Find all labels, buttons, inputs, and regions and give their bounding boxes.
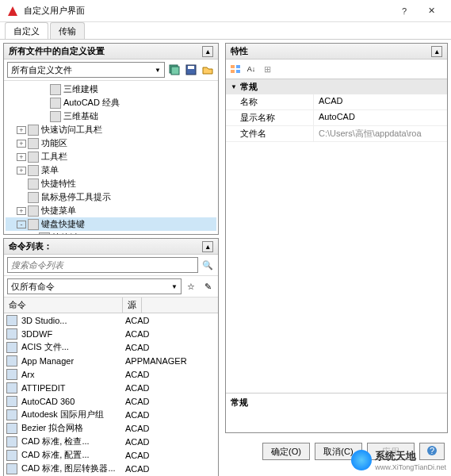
command-icon xyxy=(6,396,17,407)
expand-toggle[interactable]: + xyxy=(17,153,26,161)
sort-az-icon[interactable]: A↓ xyxy=(244,62,258,76)
command-row[interactable]: Autodesk 国际用户组ACAD xyxy=(4,408,218,421)
save-all-icon[interactable] xyxy=(167,63,182,77)
node-icon xyxy=(39,232,50,235)
node-icon xyxy=(28,205,39,217)
tree-node[interactable]: +菜单 xyxy=(6,163,216,177)
command-row[interactable]: 3D Studio...ACAD xyxy=(4,313,218,327)
tree-node[interactable]: 三维基础 xyxy=(6,109,216,123)
tree-node[interactable]: +快速访问工具栏 xyxy=(6,123,216,136)
expand-toggle[interactable]: + xyxy=(28,234,37,235)
command-icon xyxy=(6,436,17,447)
search-icon[interactable]: 🔍 xyxy=(201,258,215,272)
chevron-down-icon: ▼ xyxy=(171,283,178,290)
node-icon xyxy=(28,125,39,136)
tree-node[interactable]: +功能区 xyxy=(6,136,216,150)
ok-button[interactable]: 确定(O) xyxy=(262,443,310,460)
property-row[interactable]: 文件名C:\Users\高恒\appdata\roa xyxy=(226,126,447,142)
command-row[interactable]: AutoCAD 360ACAD xyxy=(4,394,218,408)
svg-rect-6 xyxy=(236,65,240,68)
help-button[interactable]: ? xyxy=(391,2,418,21)
tree-node[interactable]: 快捷特性 xyxy=(6,177,216,190)
filter-icon[interactable]: ✎ xyxy=(201,279,215,294)
command-row[interactable]: ACIS 文件...ACAD xyxy=(4,340,218,354)
node-icon xyxy=(50,84,61,95)
collapse-icon[interactable]: ▴ xyxy=(202,46,213,57)
command-row[interactable]: ATTIPEDITACAD xyxy=(4,381,218,394)
window-title: 自定义用户界面 xyxy=(24,5,391,17)
filter-combo[interactable]: 仅所有命令 ▼ xyxy=(7,278,182,294)
svg-rect-7 xyxy=(236,70,240,73)
collapse-icon[interactable]: ▴ xyxy=(431,46,442,57)
tree-node[interactable]: +工具栏 xyxy=(6,150,216,163)
node-icon xyxy=(28,192,39,203)
command-icon xyxy=(6,423,17,434)
app-logo xyxy=(6,5,19,17)
command-icon xyxy=(6,355,17,367)
save-icon[interactable] xyxy=(184,63,198,77)
command-icon xyxy=(6,409,17,420)
prop-help-icon[interactable]: ⊞ xyxy=(260,62,274,76)
property-row[interactable]: 名称ACAD xyxy=(226,94,447,110)
command-row[interactable]: CAD 标准, 检查...ACAD xyxy=(4,435,218,448)
command-row[interactable]: App ManagerAPPMANAGER xyxy=(4,354,218,367)
svg-rect-4 xyxy=(231,65,235,68)
tree-node[interactable]: AutoCAD 经典 xyxy=(6,96,216,109)
svg-rect-1 xyxy=(171,67,179,75)
command-list-header[interactable]: 命令 源 xyxy=(4,298,218,313)
panel1-title: 所有文件中的自定义设置 xyxy=(9,45,105,57)
node-icon xyxy=(28,138,39,149)
command-icon xyxy=(6,315,17,326)
command-icon xyxy=(6,369,17,380)
svg-rect-5 xyxy=(231,70,235,73)
expand-toggle[interactable]: + xyxy=(17,207,26,215)
command-icon xyxy=(6,382,17,393)
node-icon xyxy=(28,152,39,163)
property-row[interactable]: 显示名称AutoCAD xyxy=(226,110,447,126)
star-icon[interactable]: ☆ xyxy=(184,279,198,294)
triangle-down-icon: ▼ xyxy=(231,83,237,90)
command-row[interactable]: CAD 标准, 图层转换器...ACAD xyxy=(4,462,218,475)
node-icon xyxy=(50,98,61,109)
collapse-icon[interactable]: ▴ xyxy=(202,241,213,252)
tab-transfer[interactable]: 传输 xyxy=(50,22,85,39)
expand-toggle[interactable]: + xyxy=(17,126,26,134)
svg-rect-3 xyxy=(188,66,194,69)
expand-toggle[interactable]: - xyxy=(17,221,26,228)
node-icon xyxy=(28,219,39,230)
file-combo[interactable]: 所有自定义文件 ▼ xyxy=(7,62,165,78)
open-icon[interactable] xyxy=(201,63,215,77)
command-row[interactable]: Bezier 拟合网格ACAD xyxy=(4,421,218,435)
watermark: 系统天地 www.XiTongTianDi.net xyxy=(351,449,446,471)
chevron-down-icon: ▼ xyxy=(155,67,161,74)
command-icon xyxy=(6,328,17,340)
node-icon xyxy=(28,165,39,176)
tree-node[interactable]: +快捷菜单 xyxy=(6,204,216,217)
tree-node[interactable]: 三维建模 xyxy=(6,83,216,96)
search-input[interactable] xyxy=(7,257,198,273)
node-icon xyxy=(28,178,39,190)
prop-description: 常规 xyxy=(226,393,447,432)
command-row[interactable]: CAD 标准, 配置...ACAD xyxy=(4,448,218,462)
command-row[interactable]: ArxACAD xyxy=(4,367,218,381)
panel2-title: 命令列表： xyxy=(9,240,52,252)
command-row[interactable]: 3DDWFACAD xyxy=(4,327,218,340)
command-icon xyxy=(6,450,17,461)
node-icon xyxy=(50,111,61,122)
close-button[interactable]: ✕ xyxy=(418,2,445,21)
expand-toggle[interactable]: + xyxy=(17,167,26,175)
expand-toggle[interactable]: + xyxy=(17,140,26,148)
tree-node[interactable]: 鼠标悬停工具提示 xyxy=(6,190,216,204)
categorize-icon[interactable] xyxy=(228,62,243,76)
prop-category[interactable]: ▼常规 xyxy=(226,79,447,94)
tab-customize[interactable]: 自定义 xyxy=(5,22,48,39)
watermark-logo xyxy=(351,450,372,470)
props-title: 特性 xyxy=(231,45,248,57)
customization-tree[interactable]: 三维建模AutoCAD 经典三维基础+快速访问工具栏+功能区+工具栏+菜单快捷特… xyxy=(4,81,218,234)
tree-node[interactable]: -键盘快捷键 xyxy=(6,217,216,231)
command-icon xyxy=(6,463,17,474)
command-icon xyxy=(6,342,17,353)
tree-node[interactable]: +快捷键 xyxy=(6,231,216,234)
